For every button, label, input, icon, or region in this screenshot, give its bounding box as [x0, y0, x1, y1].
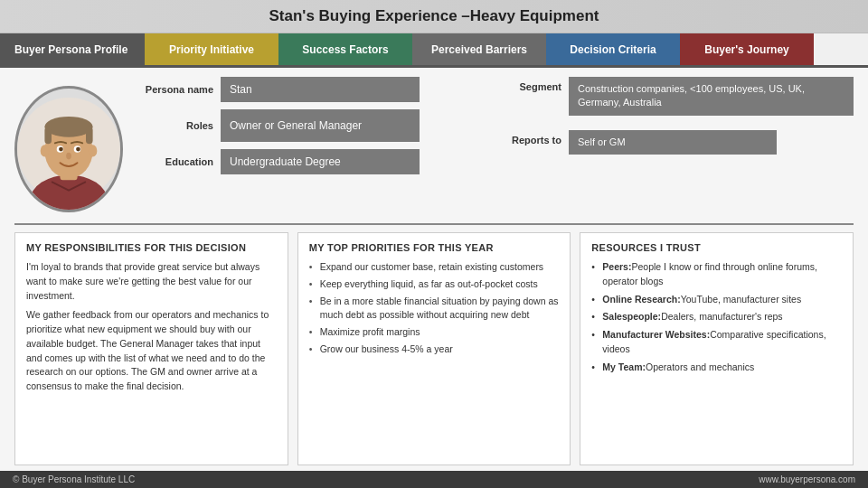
tab-success-label: Success Factors: [302, 43, 388, 56]
svg-rect-5: [44, 127, 52, 144]
segment-value: Construction companies, <100 employees, …: [569, 77, 854, 116]
list-item: Grow our business 4-5% a year: [309, 343, 560, 357]
roles-value: Owner or General Manager: [221, 109, 420, 142]
resource-text: Dealers, manufacturer's reps: [661, 311, 782, 322]
svg-point-9: [59, 147, 63, 152]
responsibilities-card: MY RESPONSIBILITIES FOR THIS DECISION I'…: [14, 232, 288, 465]
list-item: Salespeople:Dealers, manufacturer's reps: [591, 310, 842, 324]
education-row: Education Undergraduate Degree: [141, 149, 467, 174]
form-fields-right: Segment Construction companies, <100 emp…: [494, 77, 854, 155]
reports-to-label: Reports to: [494, 130, 561, 145]
persona-name-label: Persona name: [141, 84, 213, 95]
persona-name-value: Stan: [221, 77, 420, 102]
list-item: Expand our customer base, retain existin…: [309, 260, 560, 275]
svg-point-12: [41, 145, 50, 156]
tab-buyers-journey[interactable]: Buyer's Journey: [680, 33, 814, 65]
divider: [14, 223, 854, 225]
segment-row: Segment Construction companies, <100 emp…: [494, 77, 854, 116]
svg-point-4: [44, 117, 92, 137]
footer-right: www.buyerpersona.com: [759, 474, 855, 484]
list-item: Maximize profit margins: [309, 325, 560, 340]
tab-perceived-barriers[interactable]: Perceived Barriers: [412, 33, 546, 65]
tab-decision-label: Decision Criteria: [570, 43, 656, 56]
responsibilities-title: MY RESPONSIBILITIES FOR THIS DECISION: [26, 242, 277, 253]
resources-list: Peers:People I know or find through onli…: [591, 260, 842, 378]
form-fields-left: Persona name Stan Roles Owner or General…: [141, 77, 467, 174]
roles-label: Roles: [141, 120, 213, 131]
svg-point-11: [66, 153, 71, 160]
priorities-title: MY TOP PRIORITIES FOR THIS YEAR: [309, 242, 560, 253]
main-container: Stan's Buying Experience –Heavy Equipmen…: [0, 0, 868, 488]
persona-name-row: Persona name Stan: [141, 77, 467, 102]
tab-buyer-persona[interactable]: Buyer Persona Profile: [0, 33, 145, 65]
page-title: Stan's Buying Experience –Heavy Equipmen…: [0, 0, 868, 33]
bottom-section: MY RESPONSIBILITIES FOR THIS DECISION I'…: [14, 232, 854, 465]
list-item: Peers:People I know or find through onli…: [591, 260, 842, 289]
responsibilities-para2: We gather feedback from our operators an…: [26, 308, 277, 394]
svg-point-13: [89, 145, 98, 156]
priorities-list: Expand our customer base, retain existin…: [309, 260, 560, 360]
resource-text: Operators and mechanics: [646, 361, 754, 372]
content-area: Persona name Stan Roles Owner or General…: [0, 68, 868, 471]
resource-bold-label: Salespeople:: [602, 311, 661, 322]
list-item: My Team:Operators and mechanics: [591, 361, 842, 375]
reports-to-row: Reports to Self or GM: [494, 130, 854, 155]
resource-text: YouTube, manufacturer sites: [681, 294, 801, 305]
education-label: Education: [141, 156, 213, 167]
roles-row: Roles Owner or General Manager: [141, 109, 467, 142]
reports-to-value: Self or GM: [569, 130, 777, 155]
list-item: Manufacturer Websites:Comparative specif…: [591, 328, 842, 357]
nav-row: Buyer Persona Profile Priority Initiativ…: [0, 33, 868, 68]
tab-success-factors[interactable]: Success Factors: [278, 33, 412, 65]
tab-priority-initiative[interactable]: Priority Initiative: [145, 33, 278, 65]
tab-decision-criteria[interactable]: Decision Criteria: [546, 33, 680, 65]
resources-title: RESOURCES I TRUST: [591, 242, 842, 253]
responsibilities-para1: I'm loyal to brands that provide great s…: [26, 260, 277, 303]
resources-card: RESOURCES I TRUST Peers:People I know or…: [580, 232, 854, 465]
avatar: [14, 86, 123, 212]
tab-priority-label: Priority Initiative: [169, 43, 254, 56]
svg-rect-6: [86, 127, 93, 144]
resource-text: People I know or find through online for…: [602, 261, 817, 286]
tab-barriers-label: Perceived Barriers: [431, 43, 527, 56]
resource-bold-label: My Team:: [602, 361, 646, 372]
title-text: Stan's Buying Experience –Heavy Equipmen…: [269, 7, 599, 24]
education-value: Undergraduate Degree: [221, 149, 420, 174]
resource-bold-label: Manufacturer Websites:: [602, 329, 710, 340]
profile-section: Persona name Stan Roles Owner or General…: [14, 77, 854, 212]
list-item: Online Research:YouTube, manufacturer si…: [591, 293, 842, 307]
tab-journey-label: Buyer's Journey: [704, 43, 789, 56]
persona-label: Buyer Persona Profile: [14, 43, 127, 56]
svg-point-10: [76, 147, 80, 152]
resource-bold-label: Online Research:: [602, 294, 680, 305]
resource-bold-label: Peers:: [602, 261, 631, 272]
segment-label: Segment: [494, 77, 561, 92]
priorities-card: MY TOP PRIORITIES FOR THIS YEAR Expand o…: [297, 232, 571, 465]
footer-left: © Buyer Persona Institute LLC: [13, 474, 135, 484]
footer: © Buyer Persona Institute LLC www.buyerp…: [0, 471, 868, 488]
list-item: Be in a more stable financial situation …: [309, 295, 560, 324]
list-item: Keep everything liquid, as far as out-of…: [309, 277, 560, 292]
